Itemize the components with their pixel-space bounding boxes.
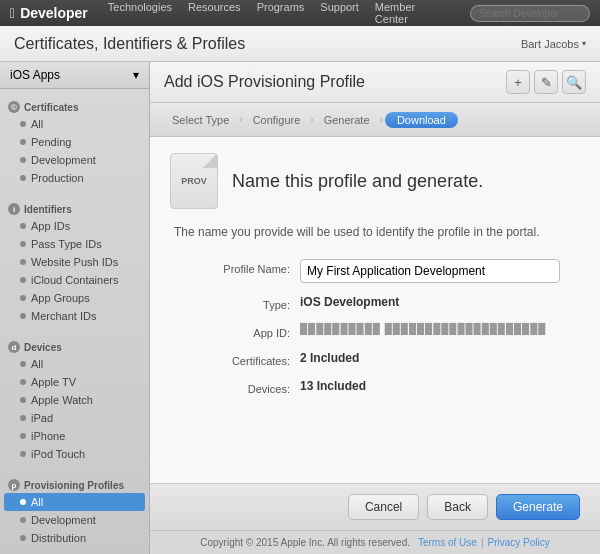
nav-programs[interactable]: Programs — [257, 1, 305, 25]
search-input[interactable] — [470, 5, 590, 22]
wizard-step-select-type[interactable]: Select Type — [164, 114, 237, 126]
profile-name-input[interactable] — [300, 259, 560, 283]
app-id-value: ██████████ ████████████████████ — [300, 323, 580, 334]
step-arrow-3: › — [380, 114, 383, 125]
panel-title: Name this profile and generate. — [232, 171, 483, 192]
platform-dropdown[interactable]: iOS Apps ▾ — [0, 62, 149, 89]
wizard-step-download[interactable]: Download — [385, 112, 458, 128]
prov-icon-label: PROV — [181, 176, 207, 186]
sidebar-item-cert-production[interactable]: Production — [0, 169, 149, 187]
terms-link[interactable]: Terms of Use — [418, 537, 477, 548]
content-title: Add iOS Provisioning Profile — [164, 73, 365, 91]
nav-member-center[interactable]: Member Center — [375, 1, 450, 25]
cancel-button[interactable]: Cancel — [348, 494, 419, 520]
sidebar-item-app-groups[interactable]: App Groups — [0, 289, 149, 307]
certificates-icon: © — [8, 101, 20, 113]
footer-copyright: Copyright © 2015 Apple Inc. All rights r… — [200, 537, 410, 548]
panel-description: The name you provide will be used to ide… — [170, 225, 580, 239]
sidebar-item-apple-tv[interactable]: Apple TV — [0, 373, 149, 391]
type-value: iOS Development — [300, 295, 580, 309]
edit-button[interactable]: ✎ — [534, 70, 558, 94]
sidebar-item-iphone[interactable]: iPhone — [0, 427, 149, 445]
profile-name-label: Profile Name: — [170, 259, 300, 275]
nav-resources[interactable]: Resources — [188, 1, 241, 25]
add-button[interactable]: + — [506, 70, 530, 94]
sidebar-item-merchant-ids[interactable]: Merchant IDs — [0, 307, 149, 325]
devices-icon: d — [8, 341, 20, 353]
platform-label: iOS Apps — [10, 68, 60, 82]
profile-name-value — [300, 259, 580, 283]
sidebar-item-app-ids[interactable]: App IDs — [0, 217, 149, 235]
section-header-identifiers: i Identifiers — [0, 199, 149, 217]
sidebar-item-cert-development[interactable]: Development — [0, 151, 149, 169]
content-header: Add iOS Provisioning Profile + ✎ 🔍 — [150, 62, 600, 103]
logo-label: Developer — [20, 5, 88, 21]
form-row-certificates: Certificates: 2 Included — [170, 351, 580, 367]
sidebar-item-icloud-containers[interactable]: iCloud Containers — [0, 271, 149, 289]
chevron-down-icon: ▾ — [582, 39, 586, 48]
nav-support[interactable]: Support — [320, 1, 359, 25]
main-layout: iOS Apps ▾ © Certificates All Pending De… — [0, 62, 600, 554]
search-button[interactable]: 🔍 — [562, 70, 586, 94]
sidebar-section-identifiers: i Identifiers App IDs Pass Type IDs Webs… — [0, 191, 149, 329]
sidebar-item-cert-all[interactable]: All — [0, 115, 149, 133]
apple-icon:  — [10, 5, 15, 21]
form-row-profile-name: Profile Name: — [170, 259, 580, 283]
section-header-devices: d Devices — [0, 337, 149, 355]
form-row-app-id: App ID: ██████████ ████████████████████ — [170, 323, 580, 339]
type-label: Type: — [170, 295, 300, 311]
main-panel: PROV Name this profile and generate. The… — [150, 137, 600, 483]
footer-separator-2: | — [481, 537, 484, 548]
sidebar-section-provisioning: p Provisioning Profiles All Development … — [0, 467, 149, 551]
top-nav-links: Technologies Resources Programs Support … — [108, 1, 450, 25]
sidebar-item-device-all[interactable]: All — [0, 355, 149, 373]
bottom-actions: Cancel Back Generate — [150, 483, 600, 530]
logo:  Developer — [10, 5, 88, 21]
content-actions: + ✎ 🔍 — [506, 70, 586, 94]
footer: Copyright © 2015 Apple Inc. All rights r… — [150, 530, 600, 554]
app-id-label: App ID: — [170, 323, 300, 339]
provisioning-icon: p — [8, 479, 20, 491]
wizard-steps: Select Type › Configure › Generate › Dow… — [150, 103, 600, 137]
sidebar-item-ipod-touch[interactable]: iPod Touch — [0, 445, 149, 463]
wizard-step-generate[interactable]: Generate — [316, 114, 378, 126]
nav-technologies[interactable]: Technologies — [108, 1, 172, 25]
page-title: Certificates, Identifiers & Profiles — [14, 35, 245, 53]
certificates-label: Certificates: — [170, 351, 300, 367]
back-button[interactable]: Back — [427, 494, 488, 520]
sidebar-item-ipad[interactable]: iPad — [0, 409, 149, 427]
sidebar-item-cert-pending[interactable]: Pending — [0, 133, 149, 151]
username: Bart Jacobs — [521, 38, 579, 50]
form-row-devices: Devices: 13 Included — [170, 379, 580, 395]
sidebar-item-website-push-ids[interactable]: Website Push IDs — [0, 253, 149, 271]
privacy-link[interactable]: Privacy Policy — [487, 537, 549, 548]
identifiers-icon: i — [8, 203, 20, 215]
sidebar-item-pass-type-ids[interactable]: Pass Type IDs — [0, 235, 149, 253]
step-arrow-1: › — [239, 114, 242, 125]
panel-header: PROV Name this profile and generate. — [170, 153, 580, 209]
sidebar-item-profile-development[interactable]: Development — [0, 511, 149, 529]
prov-file-icon: PROV — [170, 153, 218, 209]
sidebar-item-profile-distribution[interactable]: Distribution — [0, 529, 149, 547]
top-nav:  Developer Technologies Resources Progr… — [0, 0, 600, 26]
form-row-type: Type: iOS Development — [170, 295, 580, 311]
sidebar-item-profile-all[interactable]: All — [4, 493, 145, 511]
sidebar: iOS Apps ▾ © Certificates All Pending De… — [0, 62, 150, 554]
certificates-value: 2 Included — [300, 351, 580, 365]
step-arrow-2: › — [310, 114, 313, 125]
wizard-step-configure[interactable]: Configure — [245, 114, 309, 126]
section-header-certificates: © Certificates — [0, 97, 149, 115]
user-menu[interactable]: Bart Jacobs ▾ — [521, 38, 586, 50]
devices-value: 13 Included — [300, 379, 580, 393]
section-header-provisioning: p Provisioning Profiles — [0, 475, 149, 493]
generate-button[interactable]: Generate — [496, 494, 580, 520]
sidebar-item-apple-watch[interactable]: Apple Watch — [0, 391, 149, 409]
sidebar-section-certificates: © Certificates All Pending Development P… — [0, 89, 149, 191]
sub-header: Certificates, Identifiers & Profiles Bar… — [0, 26, 600, 62]
dropdown-arrow-icon: ▾ — [133, 68, 139, 82]
devices-label: Devices: — [170, 379, 300, 395]
sidebar-section-devices: d Devices All Apple TV Apple Watch iPad … — [0, 329, 149, 467]
content-area: Add iOS Provisioning Profile + ✎ 🔍 Selec… — [150, 62, 600, 554]
